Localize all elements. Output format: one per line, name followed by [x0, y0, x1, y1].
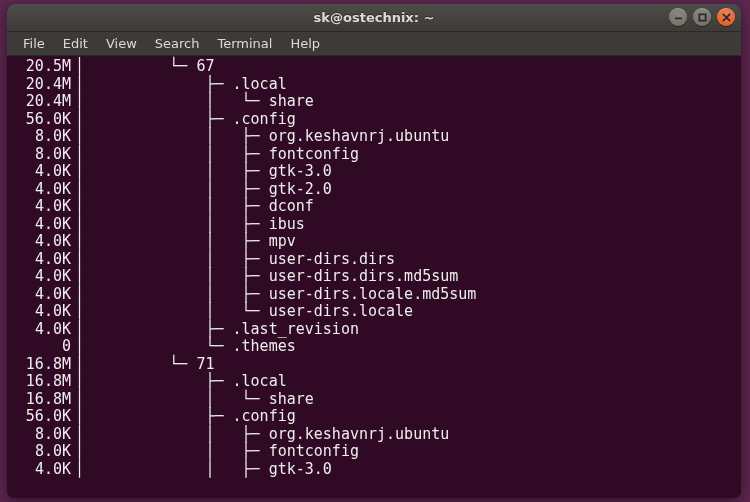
size-column: 0 [13, 338, 75, 356]
output-row: 16.8M│ │ └─ share [13, 391, 735, 409]
tree-column: │ └─ share [88, 93, 314, 111]
column-separator: │ [75, 181, 88, 199]
minimize-icon [674, 13, 683, 22]
tree-column: │ ├─ fontconfig [88, 443, 359, 461]
column-separator: │ [75, 93, 88, 111]
column-separator: │ [75, 268, 88, 286]
menubar: File Edit View Search Terminal Help [7, 32, 741, 56]
column-separator: │ [75, 373, 88, 391]
menu-search[interactable]: Search [147, 34, 208, 53]
column-separator: │ [75, 461, 88, 479]
output-row: 4.0K│ │ ├─ user-dirs.dirs [13, 251, 735, 269]
size-column: 4.0K [13, 286, 75, 304]
maximize-button[interactable] [693, 8, 711, 26]
tree-column: │ ├─ mpv [88, 233, 296, 251]
maximize-icon [698, 13, 707, 22]
size-column: 4.0K [13, 268, 75, 286]
tree-column: └─ .themes [88, 338, 296, 356]
size-column: 20.4M [13, 76, 75, 94]
column-separator: │ [75, 321, 88, 339]
output-row: 4.0K│ │ ├─ user-dirs.dirs.md5sum [13, 268, 735, 286]
output-row: 8.0K│ │ ├─ org.keshavnrj.ubuntu [13, 426, 735, 444]
tree-column: │ ├─ gtk-2.0 [88, 181, 332, 199]
tree-column: │ ├─ fontconfig [88, 146, 359, 164]
column-separator: │ [75, 408, 88, 426]
size-column: 4.0K [13, 163, 75, 181]
size-column: 4.0K [13, 233, 75, 251]
output-row: 4.0K│ │ ├─ mpv [13, 233, 735, 251]
tree-column: └─ 67 [88, 58, 214, 76]
column-separator: │ [75, 338, 88, 356]
column-separator: │ [75, 216, 88, 234]
size-column: 4.0K [13, 216, 75, 234]
size-column: 16.8M [13, 391, 75, 409]
output-row: 4.0K│ │ ├─ dconf [13, 198, 735, 216]
output-row: 4.0K│ │ ├─ ibus [13, 216, 735, 234]
tree-column: │ ├─ dconf [88, 198, 314, 216]
column-separator: │ [75, 286, 88, 304]
menu-view[interactable]: View [98, 34, 145, 53]
column-separator: │ [75, 76, 88, 94]
column-separator: │ [75, 111, 88, 129]
size-column: 4.0K [13, 321, 75, 339]
column-separator: │ [75, 303, 88, 321]
close-button[interactable] [717, 8, 735, 26]
output-row: 4.0K│ │ ├─ gtk-3.0 [13, 163, 735, 181]
close-icon [722, 13, 731, 22]
column-separator: │ [75, 426, 88, 444]
output-row: 56.0K│ ├─ .config [13, 111, 735, 129]
output-row: 20.4M│ ├─ .local [13, 76, 735, 94]
tree-column: │ └─ user-dirs.locale [88, 303, 413, 321]
tree-column: │ ├─ user-dirs.dirs.md5sum [88, 268, 458, 286]
size-column: 8.0K [13, 426, 75, 444]
output-row: 8.0K│ │ ├─ fontconfig [13, 443, 735, 461]
tree-column: │ ├─ gtk-3.0 [88, 461, 332, 479]
window-titlebar: sk@ostechnix: ~ [7, 4, 741, 32]
menu-terminal[interactable]: Terminal [209, 34, 280, 53]
tree-column: ├─ .last_revision [88, 321, 359, 339]
size-column: 56.0K [13, 111, 75, 129]
terminal-window: sk@ostechnix: ~ File Edit View Search Te… [7, 4, 741, 498]
column-separator: │ [75, 391, 88, 409]
column-separator: │ [75, 251, 88, 269]
tree-column: │ ├─ user-dirs.dirs [88, 251, 395, 269]
tree-column: ├─ .config [88, 408, 296, 426]
output-row: 8.0K│ │ ├─ org.keshavnrj.ubuntu [13, 128, 735, 146]
column-separator: │ [75, 198, 88, 216]
output-row: 16.8M│ ├─ .local [13, 373, 735, 391]
output-row: 16.8M│ └─ 71 [13, 356, 735, 374]
size-column: 4.0K [13, 181, 75, 199]
column-separator: │ [75, 443, 88, 461]
terminal-output[interactable]: 20.5M│ └─ 6720.4M│ ├─ .local20.4M│ │ └─ … [7, 56, 741, 498]
size-column: 8.0K [13, 443, 75, 461]
tree-column: │ ├─ user-dirs.locale.md5sum [88, 286, 476, 304]
size-column: 56.0K [13, 408, 75, 426]
minimize-button[interactable] [669, 8, 687, 26]
window-controls [669, 8, 735, 26]
column-separator: │ [75, 128, 88, 146]
tree-column: ├─ .local [88, 373, 287, 391]
output-row: 0│ └─ .themes [13, 338, 735, 356]
size-column: 4.0K [13, 303, 75, 321]
output-row: 4.0K│ │ ├─ user-dirs.locale.md5sum [13, 286, 735, 304]
menu-edit[interactable]: Edit [55, 34, 96, 53]
size-column: 8.0K [13, 146, 75, 164]
tree-column: │ └─ share [88, 391, 314, 409]
output-row: 56.0K│ ├─ .config [13, 408, 735, 426]
tree-column: └─ 71 [88, 356, 214, 374]
window-title: sk@ostechnix: ~ [7, 10, 741, 25]
tree-column: │ ├─ ibus [88, 216, 305, 234]
output-row: 20.4M│ │ └─ share [13, 93, 735, 111]
tree-column: ├─ .config [88, 111, 296, 129]
column-separator: │ [75, 146, 88, 164]
tree-column: │ ├─ org.keshavnrj.ubuntu [88, 128, 449, 146]
tree-column: │ ├─ gtk-3.0 [88, 163, 332, 181]
menu-help[interactable]: Help [282, 34, 328, 53]
size-column: 20.5M [13, 58, 75, 76]
menu-file[interactable]: File [15, 34, 53, 53]
output-row: 4.0K│ │ ├─ gtk-2.0 [13, 181, 735, 199]
output-row: 8.0K│ │ ├─ fontconfig [13, 146, 735, 164]
column-separator: │ [75, 356, 88, 374]
size-column: 4.0K [13, 461, 75, 479]
size-column: 8.0K [13, 128, 75, 146]
